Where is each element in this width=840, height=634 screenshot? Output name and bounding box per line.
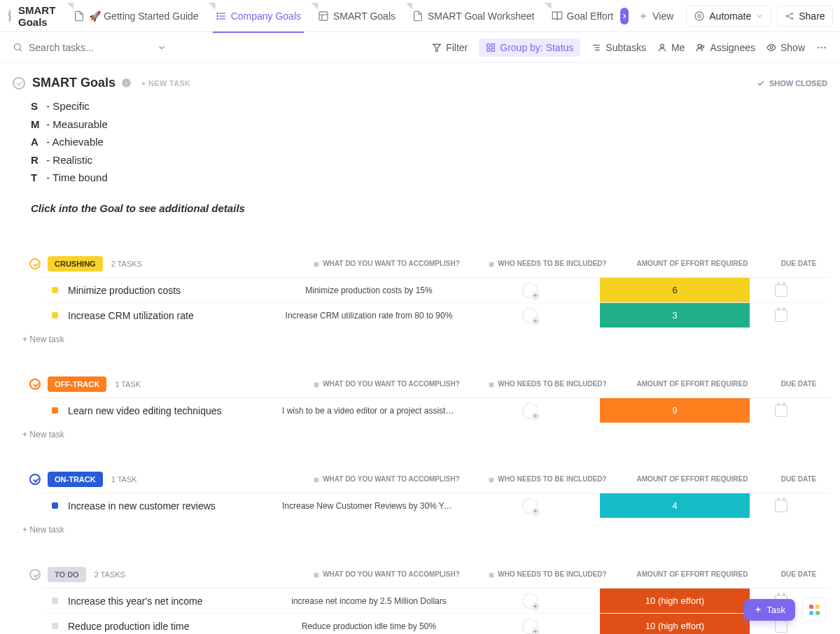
col-effort[interactable]: AMOUNT OF EFFORT REQUIRED (617, 260, 767, 267)
task-accomplish[interactable]: Increase New Customer Reviews by 30% Yea… (278, 501, 460, 511)
effort-cell[interactable]: 9 (600, 398, 750, 423)
more-icon[interactable] (816, 42, 827, 53)
due-date-cell[interactable] (750, 404, 813, 417)
group-collapse-icon[interactable] (29, 379, 41, 390)
subtasks-button[interactable]: Subtasks (592, 42, 646, 53)
task-accomplish[interactable]: increase net income by 2.5 Million Dolla… (278, 596, 460, 606)
task-row[interactable]: Increase CRM utilization rateIncrease CR… (42, 302, 830, 327)
due-date-cell[interactable] (750, 500, 813, 512)
col-due[interactable]: DUE DATE (767, 475, 830, 483)
apps-fab[interactable] (802, 598, 826, 621)
new-task-fab[interactable]: Task (744, 599, 795, 621)
search-input[interactable] (29, 42, 151, 53)
filter-button[interactable]: Filter (432, 42, 468, 53)
assignee-cell[interactable] (460, 283, 600, 298)
tab-smart-goals[interactable]: SMART Goals (309, 0, 404, 32)
task-row[interactable]: Increase this year's net incomeincrease … (42, 588, 830, 613)
group-collapse-icon[interactable] (29, 474, 41, 485)
col-included[interactable]: WHO NEEDS TO BE INCLUDED? (477, 570, 617, 578)
show-button[interactable]: Show (766, 42, 805, 53)
task-accomplish[interactable]: I wish to be a video editor or a project… (278, 406, 460, 416)
new-task-header-button[interactable]: + NEW TASK (141, 79, 190, 87)
task-name[interactable]: Increase CRM utilization rate (68, 310, 278, 321)
effort-cell[interactable]: 10 (high effort) (600, 589, 750, 613)
group-collapse-icon[interactable] (29, 258, 41, 269)
status-square-icon[interactable] (52, 502, 58, 509)
due-date-cell[interactable] (750, 620, 813, 633)
col-included[interactable]: WHO NEEDS TO BE INCLUDED? (477, 260, 617, 267)
col-accomplish[interactable]: WHAT DO YOU WANT TO ACCOMPLISH? (295, 260, 477, 267)
svg-point-3 (217, 13, 218, 13)
assignee-cell[interactable] (460, 593, 600, 609)
status-square-icon[interactable] (52, 598, 58, 604)
group-status-label[interactable]: CRUSHING (48, 256, 103, 272)
status-square-icon[interactable] (52, 287, 58, 293)
workspace-icon[interactable] (8, 8, 11, 24)
add-assignee-icon[interactable] (522, 283, 538, 298)
add-assignee-icon[interactable] (522, 403, 538, 418)
assignee-cell[interactable] (460, 498, 600, 514)
workspace-title[interactable]: SMART Goals (18, 4, 55, 28)
assignees-button[interactable]: Assignees (696, 42, 755, 53)
tab--getting-started-guide[interactable]: 🚀 Getting Started Guide (65, 0, 206, 32)
col-due[interactable]: DUE DATE (767, 570, 830, 578)
group-status-label[interactable]: OFF-TRACK (48, 376, 106, 392)
show-closed-button[interactable]: SHOW CLOSED (757, 79, 827, 87)
col-effort[interactable]: AMOUNT OF EFFORT REQUIRED (617, 570, 767, 578)
task-accomplish[interactable]: Minimize production costs by 15% (278, 286, 460, 295)
task-row[interactable]: Learn new video editing techniquesI wish… (42, 397, 830, 423)
tab-goal-effort[interactable]: Goal Effort (543, 0, 622, 32)
task-row[interactable]: Minimize production costsMinimize produc… (42, 277, 830, 302)
task-accomplish[interactable]: Increase CRM utilization rate from 80 to… (278, 311, 460, 320)
search-dropdown-icon[interactable] (157, 43, 167, 52)
effort-cell[interactable]: 4 (600, 493, 750, 518)
automate-button[interactable]: Automate (686, 6, 771, 27)
task-name[interactable]: Learn new video editing techniques (68, 405, 278, 416)
col-included[interactable]: WHO NEEDS TO BE INCLUDED? (477, 380, 617, 388)
effort-cell[interactable]: 6 (600, 278, 750, 302)
task-row[interactable]: Increase in new customer reviewsIncrease… (42, 493, 830, 518)
tab-company-goals[interactable]: Company Goals (207, 0, 309, 32)
assignee-cell[interactable] (460, 308, 600, 323)
due-date-cell[interactable] (750, 309, 813, 322)
group-status-label[interactable]: TO DO (48, 567, 86, 582)
collapse-all-icon[interactable] (13, 77, 25, 90)
effort-cell[interactable]: 10 (high effort) (600, 614, 750, 634)
add-view-button[interactable]: View (631, 6, 680, 26)
col-due[interactable]: DUE DATE (767, 380, 830, 388)
share-button[interactable]: Share (777, 6, 832, 27)
task-accomplish[interactable]: Reduce production idle time by 50% (278, 621, 460, 631)
add-task-button[interactable]: + New task (10, 327, 830, 344)
tab-smart-goal-worksheet[interactable]: SMART Goal Worksheet (404, 0, 543, 32)
col-effort[interactable]: AMOUNT OF EFFORT REQUIRED (617, 380, 767, 388)
add-assignee-icon[interactable] (522, 308, 538, 323)
col-accomplish[interactable]: WHAT DO YOU WANT TO ACCOMPLISH? (295, 570, 477, 578)
col-included[interactable]: WHO NEEDS TO BE INCLUDED? (477, 475, 617, 483)
assignee-cell[interactable] (460, 403, 600, 418)
col-due[interactable]: DUE DATE (767, 260, 830, 267)
assignee-cell[interactable] (460, 619, 600, 634)
col-accomplish[interactable]: WHAT DO YOU WANT TO ACCOMPLISH? (295, 380, 477, 388)
add-assignee-icon[interactable] (522, 593, 538, 609)
task-row[interactable]: Reduce production idle timeReduce produc… (42, 613, 830, 634)
task-name[interactable]: Reduce production idle time (68, 621, 278, 632)
status-square-icon[interactable] (52, 407, 58, 414)
task-name[interactable]: Minimize production costs (68, 285, 278, 296)
col-accomplish[interactable]: WHAT DO YOU WANT TO ACCOMPLISH? (295, 475, 477, 483)
add-task-button[interactable]: + New task (10, 518, 830, 535)
col-effort[interactable]: AMOUNT OF EFFORT REQUIRED (617, 475, 767, 483)
add-assignee-icon[interactable] (522, 619, 538, 634)
add-task-button[interactable]: + New task (10, 423, 830, 439)
effort-cell[interactable]: 3 (600, 303, 750, 327)
group-status-label[interactable]: ON-TRACK (48, 472, 103, 487)
me-button[interactable]: Me (657, 42, 685, 53)
task-name[interactable]: Increase in new customer reviews (68, 500, 278, 512)
task-name[interactable]: Increase this year's net income (68, 596, 278, 607)
group-collapse-icon[interactable] (29, 569, 41, 580)
info-icon[interactable]: i (121, 78, 132, 88)
status-square-icon[interactable] (52, 623, 58, 629)
add-assignee-icon[interactable] (522, 498, 538, 514)
group-by-button[interactable]: Group by: Status (479, 38, 580, 57)
status-square-icon[interactable] (52, 312, 58, 318)
due-date-cell[interactable] (750, 284, 813, 297)
